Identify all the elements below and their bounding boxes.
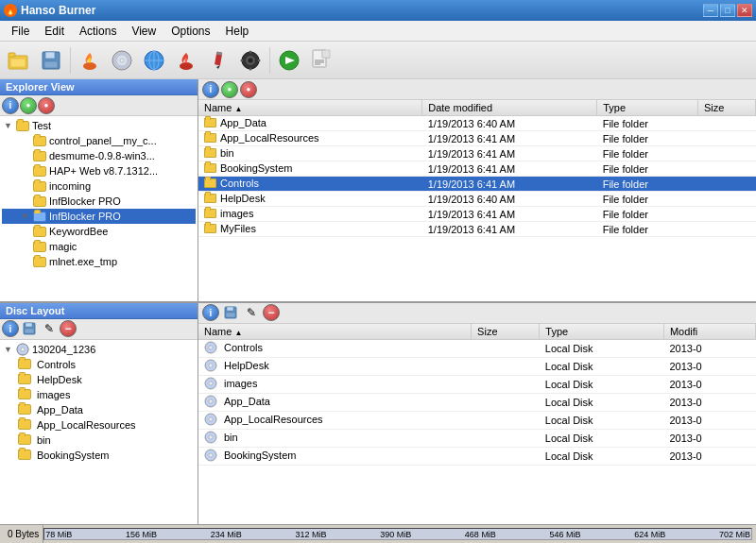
toolbar-open-button[interactable] — [4, 45, 34, 76]
cell-date: 1/19/2013 6:40 AM — [422, 116, 597, 131]
col-name-header[interactable]: Name ▲ — [198, 100, 422, 116]
table-row[interactable]: Controls 1/19/2013 6:41 AM File folder — [198, 177, 756, 192]
marker-702: 702 MiB — [719, 530, 750, 539]
menu-help[interactable]: Help — [218, 23, 257, 40]
disc-tree[interactable]: ▼ 130204_1236 Controls — [0, 340, 198, 525]
tree-item-incoming[interactable]: incoming — [2, 178, 196, 194]
bottom-info-button[interactable]: i — [202, 304, 219, 321]
disc-item-bookingsystem[interactable]: BookingSystem — [2, 448, 196, 463]
explorer-panel-header: Explorer View — [0, 79, 198, 95]
tree-item-infblocker2[interactable]: ▼ InfBlocker PRO — [2, 209, 196, 224]
disc-item-appdata[interactable]: App_Data — [2, 402, 196, 417]
col-name-header[interactable]: Name ▲ — [198, 324, 472, 340]
table-row[interactable]: images Local Disk 2013-0 — [198, 375, 756, 393]
tree-item-magic[interactable]: magic — [2, 239, 196, 254]
disc-item-applocalresources[interactable]: App_LocalResources — [2, 417, 196, 433]
table-row[interactable]: App_LocalResources 1/19/2013 6:41 AM Fil… — [198, 131, 756, 146]
tree-label: KeywordBee — [49, 226, 108, 237]
toolbar-log-button[interactable] — [306, 45, 336, 76]
table-row[interactable]: MyFiles 1/19/2013 6:41 AM File folder — [198, 222, 756, 237]
explorer-green-button[interactable]: ● — [20, 97, 37, 114]
col-type-header[interactable]: Type — [540, 324, 664, 340]
svg-marker-16 — [216, 65, 220, 69]
disc-root-item[interactable]: ▼ 130204_1236 — [2, 342, 196, 357]
folder-icon — [32, 255, 47, 268]
disc-item-bin[interactable]: bin — [2, 433, 196, 448]
col-modified-header[interactable]: Modifi — [663, 324, 755, 340]
disc-edit-button[interactable]: ✎ — [40, 320, 59, 337]
menu-file[interactable]: File — [4, 23, 37, 40]
tree-item-desmume[interactable]: desmume-0.9.8-win3... — [2, 148, 196, 163]
tree-item-test[interactable]: ▼ Test — [2, 118, 196, 133]
tree-item-infblocker1[interactable]: InfBlocker PRO — [2, 194, 196, 209]
table-row[interactable]: BookingSystem 1/19/2013 6:41 AM File fol… — [198, 161, 756, 177]
toolbar-burn-button[interactable] — [75, 45, 105, 76]
tree-item-control-panel[interactable]: control_panel__my_c... — [2, 133, 196, 148]
cell-type: Local Disk — [540, 393, 664, 411]
top-file-table[interactable]: Name ▲ Date modified Type Size App_Data … — [198, 100, 756, 301]
cell-name: images — [198, 207, 422, 222]
bottom-edit-button[interactable]: ✎ — [242, 304, 261, 321]
tree-item-mlnet[interactable]: mlnet.exe_tmp — [2, 254, 196, 269]
svg-point-45 — [209, 364, 213, 367]
col-size-header[interactable]: Size — [698, 100, 756, 116]
tree-label: control_panel__my_c... — [49, 135, 157, 146]
toolbar-erase-button[interactable] — [171, 45, 201, 76]
table-row[interactable]: BookingSystem Local Disk 2013-0 — [198, 447, 756, 465]
bottom-file-list: i ✎ − Name ▲ Size — [198, 303, 756, 525]
tree-item-keywordbee[interactable]: KeywordBee — [2, 224, 196, 239]
cell-size — [472, 339, 540, 357]
folder-icon — [17, 373, 32, 386]
bottom-save-button[interactable] — [221, 304, 240, 321]
toolbar-web-button[interactable] — [139, 45, 169, 76]
expand-icon: ▼ — [21, 212, 32, 221]
maximize-button[interactable]: □ — [720, 4, 735, 17]
tree-item-hap[interactable]: HAP+ Web v8.7.1312... — [2, 163, 196, 178]
svg-rect-2 — [10, 59, 26, 67]
table-row[interactable]: Controls Local Disk 2013-0 — [198, 339, 756, 357]
table-row[interactable]: App_Data 1/19/2013 6:40 AM File folder — [198, 116, 756, 131]
table-row[interactable]: bin Local Disk 2013-0 — [198, 429, 756, 447]
svg-point-53 — [209, 435, 213, 439]
menu-options[interactable]: Options — [163, 23, 217, 40]
top-red-button[interactable]: ● — [240, 81, 257, 98]
close-button[interactable]: ✕ — [737, 4, 752, 17]
disc-item-helpdesk[interactable]: HelpDesk — [2, 372, 196, 387]
menu-actions[interactable]: Actions — [72, 23, 124, 40]
toolbar-edit-button[interactable] — [203, 45, 233, 76]
minimize-button[interactable]: ─ — [703, 4, 718, 17]
col-size-header[interactable]: Size — [472, 324, 540, 340]
toolbar-settings-button[interactable] — [235, 45, 266, 76]
toolbar-disc-button[interactable] — [107, 45, 137, 76]
cell-type: File folder — [597, 161, 698, 177]
table-row[interactable]: App_Data Local Disk 2013-0 — [198, 393, 756, 411]
disc-save-button[interactable] — [20, 320, 39, 337]
top-green-button[interactable]: ● — [221, 81, 238, 98]
table-row[interactable]: App_LocalResources Local Disk 2013-0 — [198, 411, 756, 429]
bottom-remove-button[interactable]: − — [263, 304, 280, 321]
col-type-header[interactable]: Type — [597, 100, 698, 116]
folder-icon — [17, 403, 32, 416]
top-info-button[interactable]: i — [202, 81, 219, 98]
disc-item-images[interactable]: images — [2, 387, 196, 402]
cell-date: 1/19/2013 6:41 AM — [422, 146, 597, 161]
table-row[interactable]: HelpDesk Local Disk 2013-0 — [198, 357, 756, 375]
toolbar-save-button[interactable] — [36, 45, 66, 76]
explorer-info-button[interactable]: i — [2, 97, 19, 114]
menu-edit[interactable]: Edit — [37, 23, 72, 40]
bottom-file-table[interactable]: Name ▲ Size Type Modifi Controls — [198, 324, 756, 525]
cell-size — [472, 411, 540, 429]
col-date-header[interactable]: Date modified — [422, 100, 597, 116]
table-row[interactable]: bin 1/19/2013 6:41 AM File folder — [198, 146, 756, 161]
disc-item-controls[interactable]: Controls — [2, 357, 196, 372]
toolbar-download-button[interactable] — [274, 45, 304, 76]
explorer-red-button[interactable]: ● — [38, 97, 55, 114]
menu-view[interactable]: View — [124, 23, 163, 40]
svg-point-47 — [209, 382, 213, 385]
svg-point-55 — [209, 453, 213, 457]
table-row[interactable]: images 1/19/2013 6:41 AM File folder — [198, 207, 756, 222]
disc-info-button[interactable]: i — [2, 320, 19, 337]
table-row[interactable]: HelpDesk 1/19/2013 6:40 AM File folder — [198, 192, 756, 207]
disc-remove-button[interactable]: − — [60, 320, 77, 337]
explorer-tree[interactable]: ▼ Test control_panel__my_c... desmume-0.… — [0, 116, 198, 301]
